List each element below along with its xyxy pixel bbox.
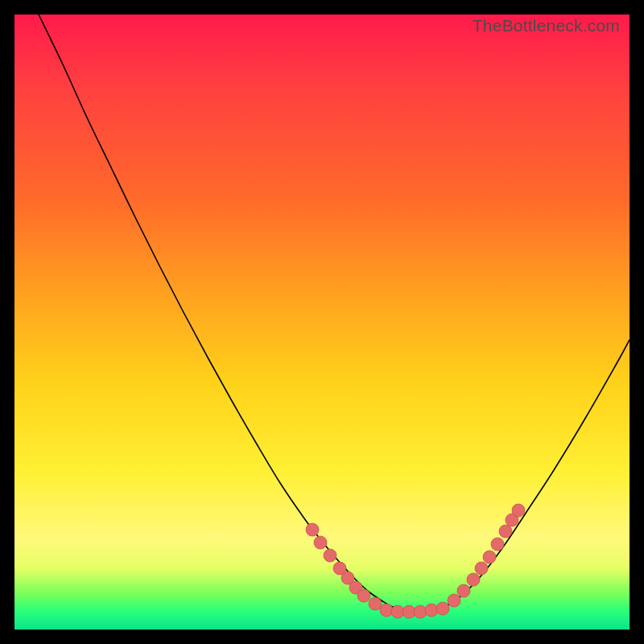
plot-area: TheBottleneck.com [14, 14, 630, 630]
valley-dot [402, 605, 415, 618]
valley-dot [483, 551, 496, 564]
valley-dot [457, 584, 470, 597]
valley-dot [314, 536, 327, 549]
valley-dot [499, 525, 512, 538]
valley-dot [467, 573, 480, 586]
valley-dot [512, 504, 525, 517]
valley-dot [425, 604, 438, 617]
watermark-label: TheBottleneck.com [473, 16, 620, 35]
valley-dot [436, 602, 449, 615]
chart-svg [14, 14, 630, 630]
valley-dot [448, 594, 460, 607]
valley-dot [306, 523, 319, 536]
bottleneck-curve [39, 14, 630, 612]
valley-dot [475, 562, 488, 575]
chart-frame: TheBottleneck.com [11, 11, 633, 633]
valley-dot [491, 538, 504, 551]
valley-dot [414, 605, 427, 618]
valley-dot [357, 589, 370, 602]
valley-dot [380, 604, 393, 617]
valley-dot [324, 549, 336, 562]
valley-dot [369, 597, 382, 610]
